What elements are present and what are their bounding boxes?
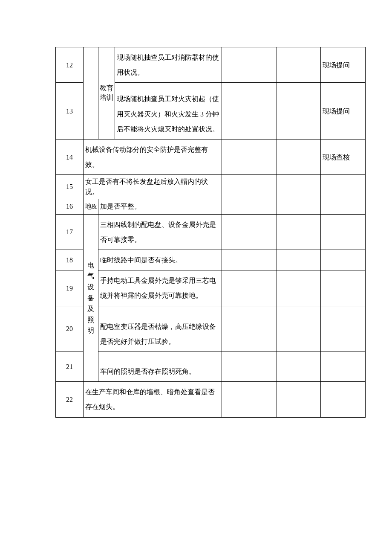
row-number: 15 [56,175,84,199]
blank-cell [222,270,277,306]
item-description: 现场随机抽查员工对火灾初起（使用灭火器灭火）和火灾发生 3 分钟后不能将火灾熄灭… [115,83,222,139]
blank-cell [277,83,321,139]
row-number: 20 [56,306,84,352]
remark-cell [321,382,366,417]
table-row: 18 临时线路中间是否有接头。 [56,250,366,270]
item-description: 机械设备传动部分的安全防护是否完整有效。 [84,139,222,174]
item-description: 加是否平整。 [98,199,222,214]
remark-cell [321,352,366,382]
table-row: 16 地& 加是否平整。 [56,199,366,214]
document-page: 12 教育培训 现场随机抽查员工对消防器材的使用状况。 现场提问 13 现场随机… [0,0,392,465]
item-description: 临时线路中间是否有接头。 [98,250,222,270]
inspection-table: 12 教育培训 现场随机抽查员工对消防器材的使用状况。 现场提问 13 现场随机… [55,47,366,418]
row-number: 14 [56,139,84,174]
item-description: 女工是否有不将长发盘起后放入帽内的状况。 [84,175,222,199]
item-description: 现场随机抽查员工对消防器材的使用状况。 [115,47,222,83]
blank-cell [222,382,277,417]
blank-cell [277,250,321,270]
blank-cell [222,83,277,139]
blank-cell [222,47,277,83]
row-number: 17 [56,214,84,250]
blank-cell [277,47,321,83]
item-description: 配电室变压器是否枯燥，高压绝缘设备是否完好并做打压试验。 [98,306,222,352]
row-number: 19 [56,270,84,306]
row-number: 18 [56,250,84,270]
category-level-1: 电气设备及照明 [84,214,98,382]
remark-cell [321,214,366,250]
blank-cell [222,199,277,214]
blank-cell [222,306,277,352]
table-row: 12 教育培训 现场随机抽查员工对消防器材的使用状况。 现场提问 [56,47,366,83]
table-row: 14 机械设备传动部分的安全防护是否完整有效。 现场查核 [56,139,366,174]
row-number: 16 [56,199,84,214]
blank-cell [277,214,321,250]
table-row: 17 电气设备及照明 三相四线制的配电盘、设备金属外壳是否可靠接零。 [56,214,366,250]
blank-cell [277,352,321,382]
item-description: 三相四线制的配电盘、设备金属外壳是否可靠接零。 [98,214,222,250]
category-level-1 [84,47,98,139]
item-description: 车间的照明是否存在照明死角。 [98,352,222,382]
table-row: 21 车间的照明是否存在照明死角。 [56,352,366,382]
blank-cell [277,199,321,214]
remark-cell: 现场提问 [321,47,366,83]
blank-cell [277,270,321,306]
blank-cell [277,139,321,174]
row-number: 12 [56,47,84,83]
table-row: 20 配电室变压器是否枯燥，高压绝缘设备是否完好并做打压试验。 [56,306,366,352]
blank-cell [222,352,277,382]
blank-cell [222,139,277,174]
blank-cell [222,250,277,270]
category-level-2: 教育培训 [98,47,115,139]
item-description: 手持电动工具金属外壳是够采用三芯电缆并将袒露的金属外壳可靠接地。 [98,270,222,306]
remark-cell [321,270,366,306]
remark-cell: 现场提问 [321,83,366,139]
remark-cell [321,199,366,214]
row-number: 22 [56,382,84,417]
remark-cell [321,175,366,199]
category-level-1: 地& [84,199,98,214]
row-number: 13 [56,83,84,139]
blank-cell [277,306,321,352]
remark-cell [321,306,366,352]
blank-cell [222,175,277,199]
row-number: 21 [56,352,84,382]
blank-cell [222,214,277,250]
table-row: 15 女工是否有不将长发盘起后放入帽内的状况。 [56,175,366,199]
remark-cell: 现场查核 [321,139,366,174]
blank-cell [277,175,321,199]
item-description: 在生产车间和仓库的墙根、暗角处查看是否存在烟头。 [84,382,222,417]
table-row: 22 在生产车间和仓库的墙根、暗角处查看是否存在烟头。 [56,382,366,417]
blank-cell [277,382,321,417]
remark-cell [321,250,366,270]
table-row: 19 手持电动工具金属外壳是够采用三芯电缆并将袒露的金属外壳可靠接地。 [56,270,366,306]
